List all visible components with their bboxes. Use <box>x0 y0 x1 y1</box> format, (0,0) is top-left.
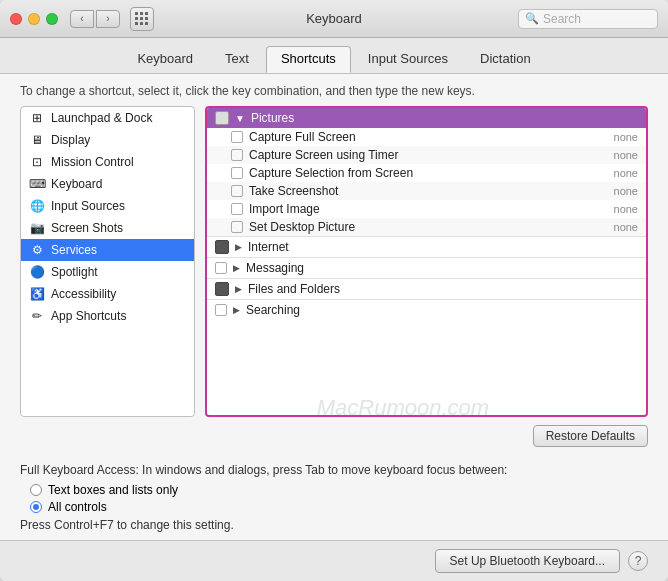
capture-full-key: none <box>614 131 638 143</box>
files-checkbox[interactable] <box>215 282 229 296</box>
services-icon: ⚙ <box>29 242 45 258</box>
sidebar: ⊞ Launchpad & Dock 🖥 Display ⊡ Mission C… <box>20 106 195 417</box>
grid-icon <box>135 12 149 26</box>
sidebar-item-launchpad[interactable]: ⊞ Launchpad & Dock <box>21 107 194 129</box>
shortcut-row-import-image[interactable]: Import Image none <box>207 200 646 218</box>
traffic-lights <box>10 13 58 25</box>
import-image-key: none <box>614 203 638 215</box>
search-placeholder: Search <box>543 12 581 26</box>
shortcut-row-capture-timer[interactable]: Capture Screen using Timer none <box>207 146 646 164</box>
section-row-internet[interactable]: ▶ Internet <box>207 236 646 257</box>
sidebar-item-spotlight[interactable]: 🔵 Spotlight <box>21 261 194 283</box>
internet-checkbox[interactable] <box>215 240 229 254</box>
pictures-checkbox[interactable] <box>215 111 229 125</box>
capture-selection-key: none <box>614 167 638 179</box>
capture-full-name: Capture Full Screen <box>249 130 608 144</box>
radio-all-controls[interactable] <box>30 501 42 513</box>
nav-buttons: ‹ › <box>70 10 120 28</box>
close-button[interactable] <box>10 13 22 25</box>
section-row-files[interactable]: ▶ Files and Folders <box>207 278 646 299</box>
capture-full-checkbox[interactable] <box>231 131 243 143</box>
tab-keyboard[interactable]: Keyboard <box>122 46 208 73</box>
capture-timer-name: Capture Screen using Timer <box>249 148 608 162</box>
titlebar: ‹ › Keyboard 🔍 Search <box>0 0 668 38</box>
search-box[interactable]: 🔍 Search <box>518 9 658 29</box>
accessibility-icon: ♿ <box>29 286 45 302</box>
keyboard-icon: ⌨ <box>29 176 45 192</box>
sidebar-item-services[interactable]: ⚙ Services <box>21 239 194 261</box>
radio-option-all-controls[interactable]: All controls <box>30 500 648 514</box>
display-icon: 🖥 <box>29 132 45 148</box>
fka-section: Full Keyboard Access: In windows and dia… <box>0 463 668 540</box>
messaging-checkbox[interactable] <box>215 262 227 274</box>
capture-selection-checkbox[interactable] <box>231 167 243 179</box>
app-shortcuts-icon: ✏ <box>29 308 45 324</box>
shortcut-row-take-screenshot[interactable]: Take Screenshot none <box>207 182 646 200</box>
right-panel-inner: ▼ Pictures Capture Full Screen none Capt… <box>207 108 646 415</box>
description-text: To change a shortcut, select it, click t… <box>0 74 668 106</box>
pictures-label: Pictures <box>251 111 294 125</box>
import-image-name: Import Image <box>249 202 608 216</box>
grid-button[interactable] <box>130 7 154 31</box>
fka-title: Full Keyboard Access: In windows and dia… <box>20 463 648 477</box>
section-row-searching[interactable]: ▶ Searching <box>207 299 646 320</box>
searching-checkbox[interactable] <box>215 304 227 316</box>
section-row-messaging[interactable]: ▶ Messaging <box>207 257 646 278</box>
sidebar-item-accessibility[interactable]: ♿ Accessibility <box>21 283 194 305</box>
shortcut-row-set-desktop[interactable]: Set Desktop Picture none <box>207 218 646 236</box>
internet-arrow: ▶ <box>235 242 242 252</box>
sidebar-item-display[interactable]: 🖥 Display <box>21 129 194 151</box>
tab-dictation[interactable]: Dictation <box>465 46 546 73</box>
capture-timer-key: none <box>614 149 638 161</box>
window-title: Keyboard <box>306 11 362 26</box>
set-desktop-key: none <box>614 221 638 233</box>
window-bottom-bar: Set Up Bluetooth Keyboard... ? <box>0 540 668 581</box>
sidebar-item-app-shortcuts[interactable]: ✏ App Shortcuts <box>21 305 194 327</box>
radio-option-textboxes[interactable]: Text boxes and lists only <box>30 483 648 497</box>
shortcut-row-capture-selection[interactable]: Capture Selection from Screen none <box>207 164 646 182</box>
launchpad-icon: ⊞ <box>29 110 45 126</box>
mission-control-icon: ⊡ <box>29 154 45 170</box>
spotlight-icon: 🔵 <box>29 264 45 280</box>
tab-text[interactable]: Text <box>210 46 264 73</box>
import-image-checkbox[interactable] <box>231 203 243 215</box>
capture-timer-checkbox[interactable] <box>231 149 243 161</box>
set-desktop-checkbox[interactable] <box>231 221 243 233</box>
sidebar-item-keyboard[interactable]: ⌨ Keyboard <box>21 173 194 195</box>
searching-arrow: ▶ <box>233 305 240 315</box>
bluetooth-keyboard-button[interactable]: Set Up Bluetooth Keyboard... <box>435 549 620 573</box>
pictures-section-header: ▼ Pictures <box>207 108 646 128</box>
radio-textboxes[interactable] <box>30 484 42 496</box>
sidebar-item-screenshots[interactable]: 📷 Screen Shots <box>21 217 194 239</box>
sidebar-item-mission-control[interactable]: ⊡ Mission Control <box>21 151 194 173</box>
files-arrow: ▶ <box>235 284 242 294</box>
sidebar-item-input-sources[interactable]: 🌐 Input Sources <box>21 195 194 217</box>
back-button[interactable]: ‹ <box>70 10 94 28</box>
tab-input-sources[interactable]: Input Sources <box>353 46 463 73</box>
take-screenshot-key: none <box>614 185 638 197</box>
search-icon: 🔍 <box>525 12 539 25</box>
take-screenshot-checkbox[interactable] <box>231 185 243 197</box>
take-screenshot-name: Take Screenshot <box>249 184 608 198</box>
fka-note: Press Control+F7 to change this setting. <box>20 518 648 532</box>
help-button[interactable]: ? <box>628 551 648 571</box>
messaging-arrow: ▶ <box>233 263 240 273</box>
input-sources-icon: 🌐 <box>29 198 45 214</box>
restore-defaults-button[interactable]: Restore Defaults <box>533 425 648 447</box>
tabs-bar: Keyboard Text Shortcuts Input Sources Di… <box>0 38 668 74</box>
maximize-button[interactable] <box>46 13 58 25</box>
screenshots-icon: 📷 <box>29 220 45 236</box>
forward-button[interactable]: › <box>96 10 120 28</box>
right-panel: ▼ Pictures Capture Full Screen none Capt… <box>205 106 648 417</box>
shortcut-row-capture-full[interactable]: Capture Full Screen none <box>207 128 646 146</box>
set-desktop-name: Set Desktop Picture <box>249 220 608 234</box>
capture-selection-name: Capture Selection from Screen <box>249 166 608 180</box>
main-content: ⊞ Launchpad & Dock 🖥 Display ⊡ Mission C… <box>0 106 668 417</box>
bottom-area: Restore Defaults <box>0 417 668 463</box>
minimize-button[interactable] <box>28 13 40 25</box>
pictures-expand-arrow: ▼ <box>235 113 245 124</box>
tab-shortcuts[interactable]: Shortcuts <box>266 46 351 73</box>
